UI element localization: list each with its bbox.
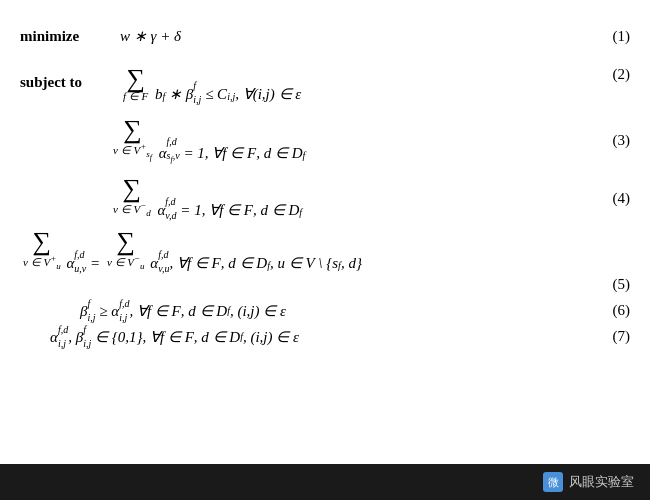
equation-row-4: ∑ v ∈ V−d α f,d v,d = 1, ∀f ∈ F, d ∈ Df … bbox=[110, 176, 630, 219]
math-formula-7: α f,d i,j , β f i,j ∈ {0,1}, ∀f ∈ F, d ∈… bbox=[50, 327, 299, 347]
alpha-scripts-5a: f,d u,v bbox=[74, 252, 86, 272]
eq-label-minimize: minimize bbox=[20, 28, 110, 45]
footer: 微 风眼实验室 bbox=[0, 464, 650, 500]
eq-number-5-row: (5) bbox=[20, 276, 630, 293]
eq-number-1: (1) bbox=[613, 28, 631, 45]
sum-4: ∑ v ∈ V−d bbox=[113, 176, 151, 219]
equation-row-6: β f i,j ≥ α f,d i,j , ∀f ∈ F, d ∈ Df, (i… bbox=[80, 301, 630, 321]
equation-block: minimize w ∗ γ + δ (1) subject to ∑ f ∈ … bbox=[20, 18, 630, 347]
alpha-scripts-7: f,d i,j bbox=[58, 327, 68, 347]
eq-formula-1: w ∗ γ + δ bbox=[110, 27, 630, 45]
math-formula-3: ∑ v ∈ V+sf α f,d sf,v = 1, ∀f ∈ F, d ∈ D… bbox=[110, 117, 305, 162]
eq-number-6: (6) bbox=[613, 302, 631, 319]
eq-number-2: (2) bbox=[613, 66, 631, 83]
sum-2: ∑ f ∈ F bbox=[123, 66, 148, 103]
beta-scripts-6: f i,j bbox=[87, 301, 95, 321]
math-formula-2: ∑ f ∈ F bf ∗ β f i,j ≤ Ci,j, ∀(i,j) ∈ ε bbox=[120, 66, 301, 103]
math-formula-4: ∑ v ∈ V−d α f,d v,d = 1, ∀f ∈ F, d ∈ Df bbox=[110, 176, 302, 219]
eq-number-4: (4) bbox=[613, 189, 631, 206]
math-formula-6: β f i,j ≥ α f,d i,j , ∀f ∈ F, d ∈ Df, (i… bbox=[80, 301, 286, 321]
footer-logo: 微 风眼实验室 bbox=[543, 472, 634, 492]
sum-5-left: ∑ v ∈ V+u bbox=[23, 229, 61, 272]
sum-3: ∑ v ∈ V+sf bbox=[113, 117, 152, 162]
math-formula-1: w ∗ γ + δ bbox=[120, 27, 181, 45]
eq-label-subject-to: subject to bbox=[20, 66, 110, 91]
eq-number-5: (5) bbox=[613, 276, 631, 292]
sum-5-right: ∑ v ∈ V−u bbox=[107, 229, 145, 272]
beta-scripts-2: f i,j bbox=[193, 83, 201, 103]
equation-row-7: α f,d i,j , β f i,j ∈ {0,1}, ∀f ∈ F, d ∈… bbox=[50, 327, 630, 347]
alpha-scripts-5b: f,d v,u bbox=[158, 252, 169, 272]
alpha-scripts-4: f,d v,d bbox=[165, 199, 176, 219]
footer-icon: 微 bbox=[543, 472, 563, 492]
eq-number-3: (3) bbox=[613, 131, 631, 148]
math-content: minimize w ∗ γ + δ (1) subject to ∑ f ∈ … bbox=[0, 0, 650, 464]
equation-row-2: subject to ∑ f ∈ F bf ∗ β f i,j ≤ Ci,j, … bbox=[20, 66, 630, 103]
beta-scripts-7: f i,j bbox=[83, 327, 91, 347]
equation-row-5: ∑ v ∈ V+u α f,d u,v = ∑ v ∈ V−u α bbox=[20, 229, 630, 272]
eq-number-7: (7) bbox=[613, 328, 631, 345]
footer-text: 风眼实验室 bbox=[569, 473, 634, 491]
alpha-scripts-3: f,d sf,v bbox=[167, 139, 180, 162]
footer-icon-char: 微 bbox=[548, 475, 559, 490]
math-formula-5: ∑ v ∈ V+u α f,d u,v = ∑ v ∈ V−u α bbox=[20, 229, 362, 272]
alpha-scripts-6: f,d i,j bbox=[119, 301, 129, 321]
equation-row-1: minimize w ∗ γ + δ (1) bbox=[20, 18, 630, 54]
equation-row-3: ∑ v ∈ V+sf α f,d sf,v = 1, ∀f ∈ F, d ∈ D… bbox=[110, 117, 630, 162]
eq-formula-2: ∑ f ∈ F bf ∗ β f i,j ≤ Ci,j, ∀(i,j) ∈ ε bbox=[110, 66, 630, 103]
